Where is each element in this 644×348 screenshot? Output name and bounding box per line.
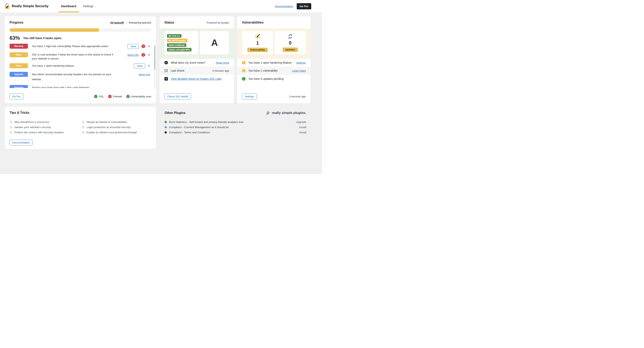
tip-label: Enable an efficient and performant firew… bbox=[86, 131, 137, 134]
plugin-install-link[interactable]: Install bbox=[299, 131, 306, 134]
task-badge-open: Open bbox=[10, 63, 28, 68]
tip-link[interactable]: i Why WordPress is (in)secure bbox=[10, 119, 82, 124]
tip-link[interactable]: i Always be ahead of vulnerabilities bbox=[82, 119, 151, 124]
remaining-tasks-link[interactable]: Remaining tasks(3) bbox=[129, 21, 151, 24]
plugin-row: Complianz - Terms and Conditions Install bbox=[164, 130, 306, 135]
plugin-name: Complianz - Terms and Conditions bbox=[169, 131, 210, 134]
plugin-dot-icon bbox=[164, 121, 167, 123]
tip-link[interactable]: i Login protection as essential security bbox=[82, 124, 151, 130]
task-list-scrollbar-thumb[interactable] bbox=[154, 46, 156, 70]
other-plugins-list: Burst Statistics - Self-hosted and priva… bbox=[164, 119, 306, 135]
plugin-name: Complianz - Consent Management as it sho… bbox=[169, 126, 228, 129]
article-info-icon: i bbox=[10, 126, 12, 129]
task-more-info-link[interactable]: More info bbox=[128, 54, 139, 57]
article-info-icon: i bbox=[82, 131, 85, 134]
qualys-report-link[interactable]: View detailed report on Qualys SSL Labs bbox=[171, 77, 222, 80]
task-view-button[interactable]: View bbox=[128, 44, 139, 49]
task-text: Protect your login form with Limit Login… bbox=[28, 85, 122, 88]
info-circle-icon: i bbox=[164, 61, 168, 64]
article-info-icon: i bbox=[10, 120, 12, 123]
progress-card-header: Progress All tasks(9) Remaining tasks(3) bbox=[5, 16, 156, 24]
check-ssl-health-button[interactable]: Check SSL Health bbox=[164, 94, 191, 99]
active-tab-underline bbox=[58, 11, 79, 12]
ssl-badge-hsts: No HSTS header bbox=[167, 39, 187, 42]
documentation-link[interactable]: Documentation bbox=[275, 5, 293, 8]
plugin-row: Burst Statistics - Self-hosted and priva… bbox=[164, 119, 306, 124]
task-controls: View ✕ bbox=[134, 63, 150, 68]
ssl-detail-badges: No TLS 1.1 No HSTS header Valid certific… bbox=[164, 31, 198, 54]
vulnerability-pill: Vulnerability bbox=[247, 48, 268, 52]
task-controls: More info bbox=[139, 72, 150, 77]
task-view-button[interactable]: View bbox=[134, 63, 145, 68]
progress-card: Progress All tasks(9) Remaining tasks(3)… bbox=[5, 16, 156, 103]
plugin-row: Complianz - Consent Management as it sho… bbox=[164, 124, 306, 130]
go-pro-outline-button[interactable]: Go Pro bbox=[10, 94, 23, 99]
other-plugins-header: Other Plugins really simple plugins. bbox=[164, 111, 306, 115]
ssl-badge-tls: No TLS 1.1 bbox=[167, 34, 182, 38]
brand: Really Simple Security bbox=[4, 3, 48, 10]
vulnerabilities-card-footer: Settings 3 seconds ago bbox=[242, 94, 306, 99]
task-list: Warning You have 1 high-risk vulnerabili… bbox=[10, 44, 156, 88]
tip-link[interactable]: i Protect site visitors with Security He… bbox=[10, 130, 82, 135]
brand-name: Really Simple Security bbox=[12, 4, 48, 8]
feature-legend: ✓ SSL ✕ Firewall ✓ Vulnerability scan bbox=[94, 95, 151, 98]
task-text: See which recommended security headers a… bbox=[28, 72, 122, 82]
task-row: Open SSL is now activated. Follow the th… bbox=[10, 52, 150, 61]
task-badge-warning: Warning bbox=[10, 44, 28, 49]
filter-divider bbox=[126, 21, 126, 24]
external-link-icon: ↗ bbox=[164, 77, 168, 81]
plugin-install-link[interactable]: Install bbox=[299, 126, 306, 129]
tips-tricks-card: Tips & Tricks i Why WordPress is (in)sec… bbox=[5, 107, 156, 149]
task-close-icon[interactable]: ✕ bbox=[148, 64, 150, 68]
tip-label: Why WordPress is (in)secure bbox=[14, 120, 49, 123]
task-close-icon[interactable]: ✕ bbox=[148, 45, 150, 48]
main-tabs: Dashboard Settings bbox=[58, 0, 97, 12]
powered-by-qualys-label: Powered by Qualys bbox=[207, 21, 229, 24]
task-controls: More info 1 ✕ bbox=[128, 52, 150, 58]
ssl-grade: A bbox=[211, 37, 218, 48]
vulnerabilities-card-header: Vulnerabilities bbox=[237, 16, 311, 24]
ssl-badge-cipher: Cipher strength 90% bbox=[167, 48, 192, 52]
really-simple-security-dashboard: Really Simple Security Dashboard Setting… bbox=[0, 0, 322, 174]
go-pro-button[interactable]: Go Pro bbox=[297, 3, 311, 9]
updates-pill: Updates bbox=[282, 48, 298, 52]
vulnerabilities-settings-button[interactable]: Settings bbox=[242, 94, 257, 99]
tips-list: i Why WordPress is (in)secure i Always b… bbox=[10, 119, 151, 135]
task-count-badge: 1 bbox=[142, 53, 145, 57]
tab-settings-label: Settings bbox=[83, 5, 93, 8]
tip-link[interactable]: i Enable an efficient and performant fir… bbox=[82, 130, 151, 135]
tab-dashboard[interactable]: Dashboard bbox=[58, 0, 80, 12]
tip-label: Always be ahead of vulnerabilities bbox=[86, 120, 127, 123]
tab-settings[interactable]: Settings bbox=[80, 0, 97, 12]
vulnerability-text: You have 1 vulnerability bbox=[248, 69, 278, 72]
task-more-info-link[interactable]: More info bbox=[139, 73, 150, 76]
task-row: Upgrade Protect your login form with Lim… bbox=[10, 85, 150, 88]
hardening-settings-link[interactable]: Settings bbox=[296, 61, 306, 64]
read-more-link[interactable]: Read more bbox=[216, 61, 229, 64]
warning-info-circle-icon: i bbox=[242, 69, 246, 72]
task-close-icon[interactable]: ✕ bbox=[148, 53, 150, 57]
plugin-dot-icon bbox=[164, 126, 167, 128]
all-tasks-link[interactable]: All tasks(9) bbox=[110, 21, 124, 24]
really-simple-plugins-brand: really simple plugins. bbox=[266, 111, 306, 115]
task-row: Upgrade See which recommended security h… bbox=[10, 72, 150, 82]
plugin-upgrade-link[interactable]: Upgrade bbox=[296, 120, 306, 123]
topbar-actions: Documentation Go Pro bbox=[275, 3, 311, 9]
progress-bar-fill bbox=[10, 28, 99, 32]
status-row-report: ↗ View detailed report on Qualys SSL Lab… bbox=[160, 75, 234, 83]
tip-link[interactable]: i Harden your website's security bbox=[10, 124, 82, 130]
legend-firewall: ✕ Firewall bbox=[108, 95, 122, 98]
tip-label: Protect site visitors with Security Head… bbox=[14, 131, 64, 134]
vulnerability-gauge-icon bbox=[255, 33, 261, 39]
top-navigation-bar: Really Simple Security Dashboard Setting… bbox=[0, 0, 322, 12]
vulnerabilities-card: Vulnerabilities 1 Vulnerability bbox=[237, 16, 311, 103]
updates-sync-icon bbox=[288, 34, 293, 39]
learn-more-link[interactable]: Learn more bbox=[292, 69, 306, 72]
checklist-icon bbox=[164, 69, 168, 72]
updates-pending-text: You have 0 updates pending bbox=[248, 77, 284, 80]
legend-vulnerability-scan: ✓ Vulnerability scan bbox=[126, 95, 151, 98]
ssl-status-card: Status Powered by Qualys No TLS 1.1 No H… bbox=[160, 16, 234, 103]
tips-documentation-button[interactable]: Documentation bbox=[10, 140, 32, 145]
vuln-row-updates: ✓ You have 0 updates pending bbox=[237, 75, 311, 83]
status-card-header: Status Powered by Qualys bbox=[160, 16, 234, 24]
